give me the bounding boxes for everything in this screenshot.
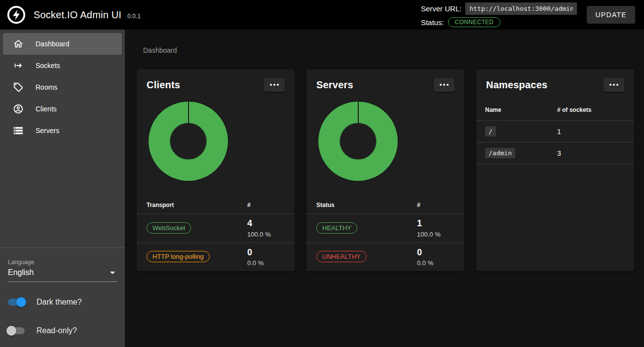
toggle-thumb xyxy=(16,297,26,307)
row-value: 1 xyxy=(417,218,464,229)
table-row: HEALTHY 1 100.0 % xyxy=(306,214,464,243)
table-row: /admin 3 xyxy=(476,142,634,164)
status-chip: HEALTHY xyxy=(316,222,357,234)
clients-table: Transport # WebSocket 4 100.0 % HTTP lon… xyxy=(137,196,295,271)
server-url-input[interactable] xyxy=(465,2,577,15)
sidebar-bottom: Language English Dark theme? Read-only? xyxy=(0,247,125,347)
more-horizontal-icon xyxy=(440,84,442,86)
namespaces-card: Namespaces Name # of sockets / 1 xyxy=(476,69,634,271)
read-only-label: Read-only? xyxy=(37,326,77,335)
sidebar-item-rooms[interactable]: Rooms xyxy=(3,76,122,98)
servers-donut-chart xyxy=(318,102,398,181)
status-label: Status: xyxy=(421,18,444,27)
server-url-label: Server URL: xyxy=(421,4,462,13)
more-horizontal-icon xyxy=(609,84,611,86)
card-title: Namespaces xyxy=(486,79,547,91)
row-percentage: 0.0 % xyxy=(417,259,464,267)
row-percentage: 0.0 % xyxy=(247,259,295,267)
column-header: Status xyxy=(316,202,417,208)
table-row: WebSocket 4 100.0 % xyxy=(137,214,295,243)
socket-count: 1 xyxy=(557,128,634,136)
card-title: Clients xyxy=(147,79,180,91)
more-options-button[interactable] xyxy=(434,78,455,92)
servers-card: Servers Status # HEALTHY xyxy=(306,69,464,271)
column-header: Transport xyxy=(147,202,247,208)
table-row: UNHEALTHY 0 0.0 % xyxy=(306,243,464,272)
status-chip: UNHEALTHY xyxy=(316,251,367,262)
dark-theme-toggle[interactable] xyxy=(8,299,25,306)
toggle-thumb xyxy=(6,326,16,336)
tag-icon xyxy=(12,81,24,93)
more-horizontal-icon xyxy=(270,84,272,86)
language-label: Language xyxy=(8,259,117,266)
table-row: HTTP long-polling 0 0.0 % xyxy=(137,243,295,272)
chevron-down-icon xyxy=(110,272,115,274)
breadcrumb: Dashboard xyxy=(143,46,634,54)
sidebar-item-label: Sockets xyxy=(36,62,60,69)
read-only-toggle[interactable] xyxy=(8,327,25,334)
arrow-right-icon xyxy=(12,60,24,71)
column-header: # of sockets xyxy=(557,106,634,113)
sidebar-item-label: Servers xyxy=(36,127,59,135)
app-title: Socket.IO Admin UI xyxy=(34,9,121,21)
socket-count: 3 xyxy=(557,149,634,157)
namespace-chip: /admin xyxy=(485,148,515,158)
transport-chip: HTTP long-polling xyxy=(147,251,210,262)
main-content: Dashboard Clients Transport # xyxy=(125,30,644,347)
column-header: # xyxy=(417,202,464,208)
person-circle-icon xyxy=(12,103,24,115)
update-button[interactable]: UPDATE xyxy=(587,6,635,24)
sidebar-item-label: Dashboard xyxy=(36,40,70,48)
sidebar-item-label: Clients xyxy=(36,105,57,113)
sidebar-item-dashboard[interactable]: Dashboard xyxy=(3,33,122,55)
home-icon xyxy=(12,38,24,50)
servers-table: Status # HEALTHY 1 100.0 % UNHEALTHY 0 xyxy=(306,196,464,271)
clients-donut-chart xyxy=(149,102,228,181)
sidebar: Dashboard Sockets Rooms Clients Servers xyxy=(0,30,125,347)
row-value: 0 xyxy=(417,247,464,258)
column-header: # xyxy=(247,202,295,208)
app-version: 0.0.1 xyxy=(127,13,141,20)
language-select[interactable]: English xyxy=(8,266,117,282)
namespace-chip: / xyxy=(485,126,496,137)
sidebar-item-sockets[interactable]: Sockets xyxy=(3,55,122,76)
namespaces-table: Name # of sockets / 1 /admin 3 xyxy=(476,97,634,164)
socketio-logo xyxy=(6,4,27,25)
row-percentage: 100.0 % xyxy=(247,231,295,238)
column-header: Name xyxy=(485,106,557,113)
row-percentage: 100.0 % xyxy=(417,231,464,238)
language-value: English xyxy=(8,268,34,277)
more-options-button[interactable] xyxy=(264,78,285,92)
sidebar-item-label: Rooms xyxy=(36,83,57,91)
transport-chip: WebSocket xyxy=(147,222,191,234)
sidebar-item-clients[interactable]: Clients xyxy=(3,98,122,120)
sidebar-item-servers[interactable]: Servers xyxy=(3,120,122,141)
row-value: 4 xyxy=(247,218,295,229)
dark-theme-label: Dark theme? xyxy=(37,298,82,307)
card-title: Servers xyxy=(316,79,353,91)
table-row: / 1 xyxy=(476,121,634,142)
app-header: Socket.IO Admin UI 0.0.1 Server URL: Sta… xyxy=(0,0,644,30)
more-options-button[interactable] xyxy=(604,78,624,92)
row-value: 0 xyxy=(247,247,295,258)
storage-icon xyxy=(12,125,24,137)
status-badge: CONNECTED xyxy=(448,17,501,27)
clients-card: Clients Transport # WebSocket xyxy=(137,69,295,271)
